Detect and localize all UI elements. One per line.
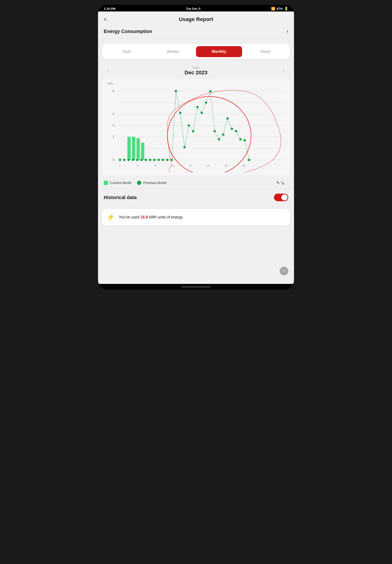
- svg-line-67: [215, 131, 219, 139]
- device-frame: 1:16 PM Tue Dec 5 📶 87% 🔋 < Usage Report…: [98, 5, 294, 290]
- svg-text:6: 6: [112, 112, 114, 116]
- svg-line-65: [210, 91, 215, 131]
- date-label: Date: [113, 66, 279, 69]
- energy-usage-bar: ⚡ You've used 16.8 kWh units of energy: [102, 209, 290, 225]
- battery-percent: 87%: [277, 7, 283, 11]
- prev-date-button[interactable]: ‹: [104, 66, 113, 76]
- svg-line-73: [227, 119, 232, 129]
- expand-icon[interactable]: ↖↘: [276, 180, 284, 186]
- svg-point-38: [136, 159, 138, 161]
- usage-text: You've used 16.8 kWh units of energy: [119, 215, 183, 219]
- page-title: Usage Report: [179, 16, 213, 22]
- svg-line-57: [193, 107, 197, 131]
- svg-rect-26: [141, 143, 144, 160]
- battery-icon: 🔋: [284, 7, 288, 11]
- svg-point-37: [132, 159, 134, 161]
- svg-point-34: [119, 159, 121, 161]
- svg-line-51: [180, 113, 184, 147]
- legend-current-label: Current Month: [110, 181, 131, 185]
- svg-point-41: [149, 159, 151, 161]
- svg-text:9: 9: [155, 164, 156, 167]
- next-date-button[interactable]: ›: [279, 66, 288, 76]
- time-display: 1:16 PM: [104, 7, 115, 11]
- home-indicator: [98, 284, 294, 290]
- back-button[interactable]: <: [104, 16, 107, 22]
- svg-text:21: 21: [207, 164, 210, 167]
- energy-title: Energy Consumption: [104, 29, 152, 34]
- energy-chart: kWh 8 6 4 2 0 1 5 9 13 17 21 25 29: [104, 82, 288, 172]
- screen: < Usage Report Energy Consumption › Dail…: [98, 12, 294, 284]
- status-icons: 📶 87% 🔋: [271, 7, 288, 11]
- toggle-knob: [281, 194, 288, 201]
- svg-rect-24: [132, 137, 135, 160]
- svg-text:4: 4: [112, 124, 114, 127]
- resize-icon: ⤡: [282, 269, 286, 273]
- svg-line-71: [223, 119, 227, 135]
- tab-yearly[interactable]: Yearly: [242, 46, 288, 57]
- svg-line-61: [202, 103, 206, 113]
- date-navigation: ‹ Date Dec 2023 ›: [98, 63, 294, 77]
- legend-previous-label: Previous Month: [143, 181, 166, 185]
- svg-rect-25: [137, 138, 140, 160]
- svg-line-47: [172, 92, 176, 160]
- tab-monthly[interactable]: Monthly: [196, 46, 242, 57]
- chart-area: kWh 8 6 4 2 0 1 5 9 13 17 21 25 29: [102, 79, 290, 175]
- lightning-icon: ⚡: [107, 213, 115, 221]
- tab-weekly[interactable]: Weekly: [150, 46, 196, 57]
- svg-point-44: [162, 159, 164, 161]
- svg-point-82: [248, 159, 250, 161]
- tab-selector: Daily Weekly Monthly Yearly: [102, 44, 290, 59]
- svg-text:1: 1: [119, 164, 121, 167]
- energy-chevron-icon[interactable]: ›: [287, 28, 288, 34]
- home-bar: [182, 286, 210, 288]
- svg-text:25: 25: [225, 164, 227, 167]
- status-bar: 1:16 PM Tue Dec 5 📶 87% 🔋: [98, 5, 294, 12]
- energy-consumption-section[interactable]: Energy Consumption ›: [98, 26, 294, 39]
- previous-month-color: [137, 181, 141, 185]
- header: < Usage Report: [98, 12, 294, 26]
- svg-line-77: [236, 131, 240, 139]
- date-display: Tue Dec 5: [186, 7, 200, 11]
- svg-text:13: 13: [172, 164, 174, 167]
- legend-previous-month: Previous Month: [137, 181, 166, 185]
- svg-point-45: [166, 159, 168, 161]
- svg-point-83: [164, 93, 254, 172]
- usage-value: 16.8: [140, 215, 148, 219]
- svg-rect-23: [127, 137, 131, 160]
- current-date: Dec 2023: [113, 69, 279, 76]
- svg-text:5: 5: [137, 164, 138, 167]
- svg-point-42: [153, 159, 156, 161]
- resize-handle[interactable]: ⤡: [280, 267, 288, 275]
- date-center: Date Dec 2023: [113, 66, 279, 76]
- svg-point-39: [140, 159, 143, 161]
- svg-point-36: [127, 159, 130, 161]
- current-month-color: [104, 181, 108, 185]
- svg-text:kWh: kWh: [108, 82, 113, 85]
- historical-title: Historical data: [104, 195, 137, 200]
- svg-text:29: 29: [242, 164, 245, 167]
- wifi-icon: 📶: [271, 7, 275, 11]
- svg-point-35: [123, 159, 126, 161]
- svg-point-40: [145, 159, 147, 161]
- svg-text:2: 2: [112, 135, 114, 139]
- legend-current-month: Current Month: [104, 181, 131, 185]
- historical-data-section: Historical data: [98, 189, 294, 206]
- chart-legend: Current Month Previous Month ↖↘: [98, 177, 294, 189]
- tab-daily[interactable]: Daily: [104, 46, 150, 57]
- historical-toggle[interactable]: [274, 193, 288, 201]
- svg-text:0: 0: [112, 158, 114, 162]
- svg-line-53: [184, 125, 189, 147]
- svg-point-43: [157, 159, 160, 161]
- svg-text:8: 8: [112, 89, 114, 93]
- svg-text:17: 17: [189, 164, 192, 167]
